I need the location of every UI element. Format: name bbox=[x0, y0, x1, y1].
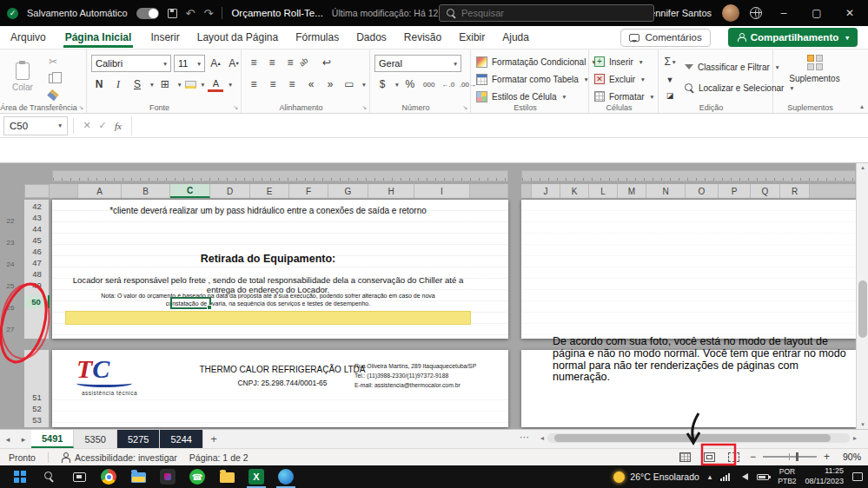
search-input[interactable] bbox=[461, 8, 646, 18]
select-all-corner[interactable] bbox=[24, 184, 50, 198]
minimize-button[interactable]: – bbox=[772, 7, 795, 19]
scroll-down-icon[interactable]: ▾ bbox=[857, 421, 868, 428]
vertical-scroll-thumb[interactable] bbox=[858, 280, 867, 338]
user-name[interactable]: Jennifer Santos bbox=[646, 8, 712, 18]
font-size-select[interactable]: 11▾ bbox=[174, 55, 205, 72]
horizontal-scroll-track[interactable] bbox=[547, 433, 850, 443]
chrome-app[interactable] bbox=[94, 465, 123, 488]
fill-color-icon[interactable] bbox=[185, 81, 196, 89]
scroll-up-icon[interactable]: ▴ bbox=[857, 164, 868, 171]
column-header-c[interactable]: C bbox=[170, 184, 210, 198]
close-button[interactable]: ✕ bbox=[838, 7, 861, 19]
folder-app[interactable] bbox=[212, 465, 242, 488]
cut-icon[interactable]: ✂ bbox=[45, 54, 61, 69]
document-title[interactable]: Orçamento Roll-Te... bbox=[231, 8, 322, 18]
dialog-launcher-icon[interactable]: ↘ bbox=[78, 104, 83, 111]
column-header-p[interactable]: P bbox=[719, 184, 751, 198]
dialog-launcher-icon[interactable]: ↘ bbox=[462, 104, 467, 111]
normal-view-button[interactable] bbox=[677, 450, 694, 464]
format-painter-icon[interactable] bbox=[47, 89, 58, 101]
page-layout-view-button[interactable] bbox=[701, 450, 719, 464]
row-header[interactable]: 43 bbox=[24, 213, 50, 222]
format-cells-button[interactable]: Formatar▾ bbox=[594, 88, 653, 105]
page-1-right[interactable] bbox=[521, 200, 856, 339]
align-top-icon[interactable]: ≡ bbox=[246, 55, 262, 70]
excel-app[interactable]: X bbox=[242, 465, 271, 488]
sheet-nav-prev-icon[interactable]: ◂ bbox=[0, 430, 16, 448]
row-header[interactable]: 49 bbox=[24, 280, 50, 290]
column-header-j[interactable]: J bbox=[532, 184, 560, 198]
sort-filter-button[interactable]: Classificar e Filtrar▾ bbox=[685, 58, 779, 76]
paste-button[interactable]: Colar bbox=[7, 54, 38, 101]
increase-indent-icon[interactable]: » bbox=[322, 76, 338, 92]
align-left-icon[interactable]: ≡ bbox=[246, 76, 262, 92]
scroll-left-icon[interactable]: ◂ bbox=[537, 434, 547, 442]
zoom-slider[interactable] bbox=[763, 456, 817, 458]
dialog-launcher-icon[interactable]: ↘ bbox=[233, 104, 238, 111]
row-header[interactable]: 45 bbox=[24, 235, 50, 245]
clock[interactable]: 11:25 08/11/2023 bbox=[805, 466, 844, 486]
row-header[interactable]: 53 bbox=[24, 415, 50, 425]
browser-app[interactable] bbox=[271, 465, 301, 488]
align-bottom-icon[interactable]: ≡ bbox=[282, 55, 298, 70]
copy-icon[interactable] bbox=[49, 74, 56, 83]
addins-button[interactable]: Suplementos bbox=[773, 55, 856, 83]
tray-expand-icon[interactable]: ▴ bbox=[708, 472, 712, 481]
dark-app[interactable] bbox=[153, 465, 182, 488]
tab-dados[interactable]: Dados bbox=[356, 31, 387, 43]
increase-font-icon[interactable]: A▴ bbox=[208, 56, 223, 71]
notification-icon[interactable] bbox=[852, 472, 863, 481]
highlight-band[interactable] bbox=[65, 311, 471, 325]
network-icon[interactable] bbox=[720, 472, 730, 481]
column-header-a[interactable]: A bbox=[78, 184, 122, 198]
wrap-text-icon[interactable]: ↩ bbox=[319, 55, 335, 70]
scroll-right-icon[interactable]: ▸ bbox=[850, 434, 860, 442]
page-break-view-button[interactable] bbox=[726, 450, 743, 464]
decrease-indent-icon[interactable]: « bbox=[303, 76, 319, 92]
formula-input[interactable] bbox=[131, 116, 868, 135]
column-header-r[interactable]: R bbox=[780, 184, 810, 198]
column-header-q[interactable]: Q bbox=[751, 184, 780, 198]
tab-overflow-icon[interactable]: ⋯ bbox=[520, 432, 529, 443]
borders-icon[interactable]: ⊞ bbox=[157, 76, 173, 92]
underline-chevron-icon[interactable]: ▾ bbox=[150, 81, 154, 89]
search-box[interactable] bbox=[439, 4, 654, 22]
tab-exibir[interactable]: Exibir bbox=[459, 31, 485, 43]
last-modified[interactable]: Última modificação: Há 12 min bbox=[332, 8, 455, 18]
horizontal-scrollbar[interactable]: ◂ ▸ bbox=[537, 432, 860, 444]
battery-icon[interactable] bbox=[757, 474, 769, 480]
column-header-f[interactable]: F bbox=[289, 184, 328, 198]
merge-center-icon[interactable]: ▭ bbox=[341, 76, 357, 92]
tab-arquivo[interactable]: Arquivo bbox=[10, 31, 46, 43]
insert-cells-button[interactable]: + Inserir▾ bbox=[594, 53, 643, 70]
font-color-icon[interactable]: A bbox=[208, 76, 223, 92]
format-as-table-button[interactable]: Formatar como Tabela▾ bbox=[476, 70, 588, 88]
column-header-k[interactable]: K bbox=[560, 184, 589, 198]
column-header-e[interactable]: E bbox=[250, 184, 289, 198]
comments-button[interactable]: Comentários bbox=[620, 29, 710, 47]
tab-inserir[interactable]: Inserir bbox=[150, 31, 179, 43]
selected-cell-c50[interactable] bbox=[170, 297, 211, 309]
column-header-o[interactable]: O bbox=[686, 184, 719, 198]
whatsapp-app[interactable]: ☎ bbox=[182, 465, 212, 488]
zoom-out-icon[interactable]: − bbox=[750, 451, 756, 463]
volume-icon[interactable] bbox=[739, 473, 748, 480]
column-header-h[interactable]: H bbox=[368, 184, 414, 198]
avatar[interactable] bbox=[722, 4, 739, 22]
redo-icon[interactable]: ↷ bbox=[203, 7, 213, 20]
sheet-tab-5244[interactable]: 5244 bbox=[160, 430, 202, 448]
row-header-selected[interactable]: 50 bbox=[24, 295, 50, 308]
undo-icon[interactable]: ↶ bbox=[186, 7, 195, 20]
comma-style-icon[interactable]: 000 bbox=[421, 76, 437, 92]
row-header[interactable]: 52 bbox=[24, 404, 50, 413]
zoom-in-icon[interactable]: + bbox=[824, 451, 830, 463]
file-explorer-app[interactable] bbox=[123, 465, 153, 488]
orientation-icon[interactable]: ab bbox=[297, 51, 319, 73]
number-format-select[interactable]: Geral▾ bbox=[374, 55, 461, 72]
percent-icon[interactable]: % bbox=[402, 76, 418, 92]
sheet-tab-5491[interactable]: 5491 bbox=[31, 430, 74, 448]
page-2-left[interactable]: TC assistência técnica THERMO CALOR REFR… bbox=[52, 350, 508, 427]
row-header[interactable]: 51 bbox=[24, 392, 50, 402]
taskbar-search-button[interactable] bbox=[35, 465, 64, 488]
sheet-tab-5350[interactable]: 5350 bbox=[74, 430, 116, 448]
